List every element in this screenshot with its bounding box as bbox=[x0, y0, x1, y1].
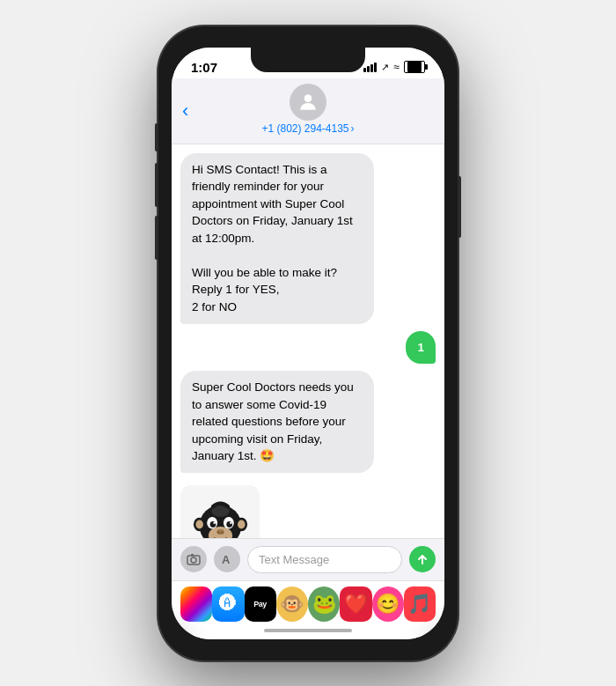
message-outgoing-1: 1 bbox=[406, 331, 436, 365]
signal-bars-icon bbox=[363, 63, 377, 72]
signal-arrow-icon: ↗ bbox=[381, 62, 389, 73]
back-button[interactable]: ‹ bbox=[182, 101, 188, 121]
status-icons: ↗ ≈ bbox=[363, 61, 425, 73]
volume-up-button[interactable] bbox=[155, 163, 158, 207]
message-incoming-2: Super Cool Doctors needs you to answer s… bbox=[180, 371, 374, 473]
status-time: 1:07 bbox=[191, 60, 217, 75]
input-bar: A Text Message bbox=[172, 538, 444, 580]
contact-number[interactable]: +1 (802) 294-4135 › bbox=[261, 122, 354, 135]
bubble-incoming-1: Hi SMS Contact! This is a friendly remin… bbox=[180, 153, 374, 324]
camera-button[interactable] bbox=[180, 546, 207, 572]
notch bbox=[251, 48, 365, 72]
apps-button[interactable]: A bbox=[214, 546, 240, 572]
camera-icon bbox=[187, 553, 201, 565]
message-placeholder: Text Message bbox=[259, 553, 329, 566]
dock-avatar1-icon[interactable]: 🐵 bbox=[276, 586, 308, 622]
dock-photos-icon[interactable] bbox=[180, 586, 212, 622]
volume-down-button[interactable] bbox=[155, 216, 158, 260]
person-icon bbox=[297, 91, 319, 114]
dock-face-icon[interactable]: 😊 bbox=[372, 586, 404, 622]
mailchimp-monkey-svg bbox=[183, 487, 258, 537]
dock-avatar2-icon[interactable]: 🐸 bbox=[308, 586, 340, 622]
bubble-incoming-2: Super Cool Doctors needs you to answer s… bbox=[180, 371, 374, 473]
monkey-logo-image bbox=[180, 485, 260, 538]
power-button[interactable] bbox=[458, 176, 461, 238]
dock-applepay-icon[interactable]: Pay bbox=[245, 586, 276, 622]
svg-point-11 bbox=[221, 532, 224, 535]
svg-point-13 bbox=[195, 520, 203, 529]
contact-avatar bbox=[290, 84, 326, 121]
dock-heart-icon[interactable]: ❤️ bbox=[340, 586, 371, 622]
apps-icon: A bbox=[220, 552, 234, 566]
battery-icon bbox=[404, 61, 425, 73]
svg-point-15 bbox=[238, 520, 246, 529]
wifi-icon: ≈ bbox=[393, 61, 400, 73]
svg-point-7 bbox=[213, 522, 216, 525]
svg-text:A: A bbox=[222, 553, 231, 566]
messages-area[interactable]: Hi SMS Contact! This is a friendly remin… bbox=[172, 144, 444, 538]
chevron-icon: › bbox=[351, 122, 355, 135]
home-indicator bbox=[264, 629, 352, 632]
dock-music-icon[interactable]: 🎵 bbox=[404, 586, 436, 622]
dock-appstore-icon[interactable]: 🅐 bbox=[212, 586, 244, 622]
send-arrow-icon bbox=[416, 553, 429, 565]
svg-point-10 bbox=[217, 532, 220, 535]
message-incoming-image bbox=[180, 480, 260, 538]
send-button[interactable] bbox=[409, 546, 436, 572]
phone-screen: 1:07 ↗ ≈ ‹ bbox=[172, 48, 444, 639]
message-incoming-1: Hi SMS Contact! This is a friendly remin… bbox=[180, 153, 374, 324]
svg-rect-19 bbox=[191, 554, 194, 556]
bubble-outgoing-1: 1 bbox=[406, 331, 436, 365]
sms-header: ‹ +1 (802) 294-4135 › bbox=[172, 78, 444, 144]
svg-point-8 bbox=[230, 522, 232, 525]
svg-point-18 bbox=[191, 557, 196, 563]
svg-point-0 bbox=[304, 94, 312, 102]
phone-frame: 1:07 ↗ ≈ ‹ bbox=[158, 26, 458, 660]
message-text-input[interactable]: Text Message bbox=[247, 546, 402, 573]
